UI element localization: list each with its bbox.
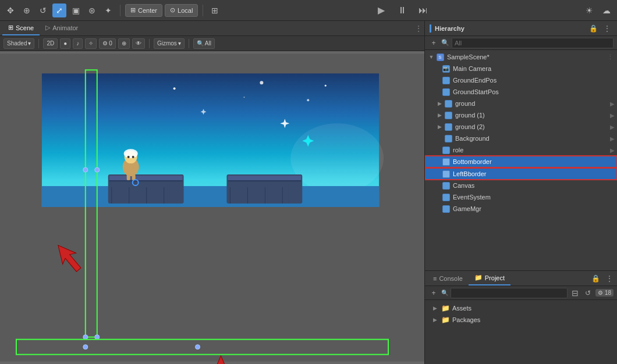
project-refresh-button[interactable]: ↺ xyxy=(583,288,593,298)
vis-button[interactable]: 👁 xyxy=(132,38,145,49)
hierarchy-item-ground1[interactable]: ▶ ground (1) ▶ xyxy=(425,109,617,121)
hierarchy-search-input[interactable] xyxy=(452,38,614,48)
move-tool[interactable]: ⊕ xyxy=(20,3,34,17)
hand-tool[interactable]: ✥ xyxy=(3,3,17,17)
scene-sep-2 xyxy=(149,39,150,48)
hierarchy-item-eventsystem[interactable]: EventSystem xyxy=(425,191,617,203)
hierarchy-title-bar xyxy=(430,24,431,33)
cloud-icon[interactable]: ☁ xyxy=(600,3,614,17)
project-assets-item[interactable]: ▶ 📁 Assets xyxy=(425,302,617,314)
svg-point-46 xyxy=(95,335,100,340)
project-more-button[interactable]: ⋮ xyxy=(604,273,615,284)
project-tab[interactable]: 📁 Project xyxy=(469,272,510,286)
tab-more[interactable]: ⋮ xyxy=(415,24,422,33)
scene-sep-3 xyxy=(189,39,189,48)
expand-background-icon[interactable] xyxy=(435,134,444,142)
expand-ground-icon[interactable]: ▶ xyxy=(435,99,444,108)
project-add-button[interactable]: + xyxy=(428,288,439,298)
play-button[interactable]: ▶ xyxy=(373,2,389,19)
cube-bottomborder-icon xyxy=(441,157,451,166)
hierarchy-lock-button[interactable]: 🔒 xyxy=(588,23,598,34)
expand-scene-icon[interactable]: ▼ xyxy=(427,53,435,61)
svg-rect-17 xyxy=(151,183,168,203)
grid-button[interactable]: ⊞ xyxy=(208,3,222,17)
animator-tab[interactable]: ▷ Animator xyxy=(40,22,84,35)
packages-folder-icon: 📁 xyxy=(441,316,450,324)
cube-ground1-icon xyxy=(444,110,453,120)
scene-root-label: SampleScene* xyxy=(447,53,490,60)
hierarchy-item-main-camera[interactable]: 📷 Main Camera xyxy=(425,63,617,74)
assets-folder-icon: 📁 xyxy=(441,304,450,312)
expand-assets-icon[interactable]: ▶ xyxy=(431,304,439,312)
svg-point-2 xyxy=(173,87,176,90)
center-button[interactable]: ⊞ Center xyxy=(125,4,162,17)
gamemgr-label: GameMgr xyxy=(453,205,481,212)
svg-rect-15 xyxy=(112,183,129,203)
cube-ground2-icon xyxy=(444,122,453,131)
ground2-label: ground (2) xyxy=(455,123,485,130)
hierarchy-tree: ▼ S SampleScene* ⋮ 📷 Main Camera xyxy=(425,50,617,270)
project-packages-item[interactable]: ▶ 📁 Packages xyxy=(425,314,617,326)
rect-tool[interactable]: ▣ xyxy=(69,3,83,17)
local-button[interactable]: ⊙ Local xyxy=(165,4,198,17)
hierarchy-item-role[interactable]: role ▶ xyxy=(425,144,617,156)
shading-dropdown[interactable]: Shaded ▾ xyxy=(3,38,34,49)
search-icon: 🔍 xyxy=(441,39,449,47)
custom-tool[interactable]: ✦ xyxy=(101,3,115,17)
camera-icon: 📷 xyxy=(441,64,451,73)
hierarchy-item-gamemgr[interactable]: GameMgr xyxy=(425,203,617,215)
scene-view[interactable] xyxy=(0,51,424,364)
pause-button[interactable]: ⏸ xyxy=(394,2,410,19)
project-search-input[interactable] xyxy=(451,288,568,298)
left-panel: ⊞ Scene ▷ Animator ⋮ Shaded ▾ 2D ● ♪ ✧ ⚙… xyxy=(0,21,425,364)
separator-2 xyxy=(203,5,203,16)
hierarchy-more-button[interactable]: ⋮ xyxy=(602,23,612,34)
2d-button[interactable]: 2D xyxy=(43,38,58,49)
main-layout: ⊞ Scene ▷ Animator ⋮ Shaded ▾ 2D ● ♪ ✧ ⚙… xyxy=(0,21,617,364)
console-tab[interactable]: ≡ Console xyxy=(427,272,469,286)
hierarchy-item-leftbborder[interactable]: LeftBborder xyxy=(425,168,617,180)
svg-point-10 xyxy=(290,123,384,193)
svg-rect-39 xyxy=(127,174,130,180)
hierarchy-item-groundstartpos[interactable]: GroundStartPos xyxy=(425,86,617,98)
audio-button[interactable]: ♪ xyxy=(73,38,83,49)
collab-icon[interactable]: ☀ xyxy=(582,3,596,17)
hierarchy-add-button[interactable]: + xyxy=(428,38,439,48)
packages-label: Packages xyxy=(452,316,480,323)
expand-ground1-icon[interactable]: ▶ xyxy=(435,111,444,119)
cube-role-icon xyxy=(441,145,451,155)
fx-button[interactable]: ✧ xyxy=(85,38,97,49)
grid-snap-button[interactable]: ⊕ xyxy=(118,38,130,49)
project-lock-button[interactable]: 🔒 xyxy=(590,273,601,284)
hierarchy-item-ground2[interactable]: ▶ ground (2) ▶ xyxy=(425,121,617,133)
scale-tool[interactable]: ⤢ xyxy=(52,3,66,17)
hierarchy-item-background[interactable]: Background ▶ xyxy=(425,133,617,144)
hierarchy-actions: 🔒 ⋮ xyxy=(588,23,612,34)
gizmos-dropdown[interactable]: Gizmos ▾ xyxy=(154,38,185,49)
center-icon: ⊞ xyxy=(130,6,136,14)
step-button[interactable]: ⏭ xyxy=(415,2,431,19)
lighting-button[interactable]: ● xyxy=(60,38,70,49)
hierarchy-item-ground[interactable]: ▶ ground ▶ xyxy=(425,98,617,109)
scene-more-icon[interactable]: ⋮ xyxy=(607,53,617,61)
expand-ground2-icon[interactable]: ▶ xyxy=(435,123,444,131)
scene-tab[interactable]: ⊞ Scene xyxy=(2,22,40,35)
transform-tool[interactable]: ⊛ xyxy=(85,3,99,17)
hierarchy-item-groundendpos[interactable]: GroundEndPos xyxy=(425,74,617,86)
expand-packages-icon[interactable]: ▶ xyxy=(431,316,439,324)
scene-toolbar: Shaded ▾ 2D ● ♪ ✧ ⚙ 0 ⊕ 👁 Gizmos ▾ 🔍 All xyxy=(0,36,424,51)
layers-button[interactable]: ⚙ 0 xyxy=(99,38,116,49)
cube-background-icon xyxy=(444,134,453,143)
rotate-tool[interactable]: ↺ xyxy=(36,3,50,17)
search-btn[interactable]: 🔍 All xyxy=(193,38,215,49)
hierarchy-item-bottomborder[interactable]: Bottomborder xyxy=(425,156,617,167)
scene-tab-icon: ⊞ xyxy=(8,24,13,31)
hierarchy-item-canvas[interactable]: Canvas xyxy=(425,180,617,191)
hierarchy-panel: Hierarchy 🔒 ⋮ + 🔍 ▼ S SampleScene xyxy=(425,21,617,271)
svg-point-37 xyxy=(127,156,130,158)
hierarchy-scene-root[interactable]: ▼ S SampleScene* ⋮ xyxy=(425,51,617,63)
svg-point-38 xyxy=(132,156,134,158)
project-filter-button[interactable]: ⊟ xyxy=(570,288,580,298)
top-toolbar: ✥ ⊕ ↺ ⤢ ▣ ⊛ ✦ ⊞ Center ⊙ Local ⊞ ▶ ⏸ ⏭ ☀… xyxy=(0,0,617,21)
background-label: Background xyxy=(455,135,490,142)
